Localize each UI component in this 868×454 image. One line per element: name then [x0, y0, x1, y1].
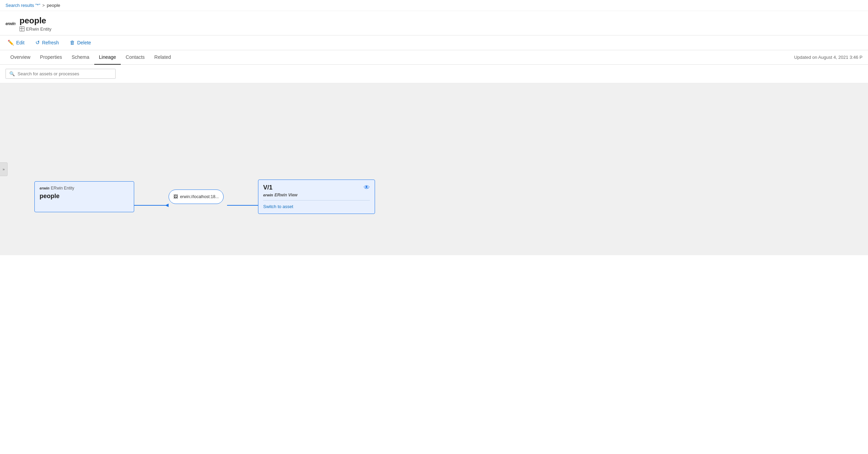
search-input[interactable] [18, 71, 112, 76]
target-node-brand: erwin ERwin View [263, 193, 370, 197]
eye-icon[interactable]: 👁 [364, 184, 370, 191]
source-erwin-logo: erwin [40, 186, 50, 190]
process-node-label: erwin://localhost:18... [180, 194, 219, 199]
tab-schema[interactable]: Schema [67, 50, 94, 65]
refresh-label: Refresh [42, 40, 59, 45]
target-erwin-logo: erwin [263, 193, 273, 197]
delete-label: Delete [77, 40, 91, 45]
tab-overview[interactable]: Overview [6, 50, 35, 65]
edit-label: Edit [16, 40, 24, 45]
target-node-name: V/1 [263, 184, 272, 191]
process-icon: 🖼 [173, 194, 178, 199]
delete-icon: 🗑 [70, 40, 75, 45]
target-node-header: V/1 👁 [263, 184, 370, 191]
erwin-logo: erwin [6, 22, 15, 26]
lineage-canvas: » erwin ERwin Entity people [0, 83, 868, 255]
delete-button[interactable]: 🗑 Delete [68, 38, 93, 47]
breadcrumb-current: people [47, 3, 60, 8]
tab-lineage[interactable]: Lineage [94, 50, 121, 65]
entity-type-label: ERwin Entity [26, 26, 52, 32]
search-icon: 🔍 [9, 71, 15, 76]
edit-icon: ✏️ [8, 40, 14, 46]
source-node-type: ERwin Entity [51, 186, 74, 191]
search-box: 🔍 [6, 69, 116, 79]
breadcrumb: Search results "*" > people [0, 0, 868, 11]
toolbar: ✏️ Edit ↺ Refresh 🗑 Delete [0, 35, 868, 50]
target-node-divider [263, 200, 370, 201]
page-title-block: people ERwin Entity [20, 16, 52, 32]
source-node-brand: erwin ERwin Entity [40, 186, 129, 191]
tabs-bar: Overview Properties Schema Lineage Conta… [0, 50, 868, 65]
logo-text: erwin [6, 22, 15, 26]
breadcrumb-search-link[interactable]: Search results "*" [6, 3, 40, 8]
entity-icon [20, 26, 24, 31]
page-title: people [20, 16, 52, 26]
target-node[interactable]: V/1 👁 erwin ERwin View Switch to asset [258, 180, 375, 214]
collapse-toggle[interactable]: » [0, 162, 8, 176]
source-node-name: people [40, 193, 129, 200]
search-container: 🔍 [0, 65, 868, 83]
target-node-type: ERwin View [275, 193, 298, 197]
tab-properties[interactable]: Properties [35, 50, 67, 65]
tab-contacts[interactable]: Contacts [121, 50, 149, 65]
refresh-icon: ↺ [35, 40, 40, 46]
last-updated: Updated on August 4, 2021 3:46 P [794, 55, 862, 60]
lineage-wrapper: » erwin ERwin Entity people [0, 83, 868, 255]
source-node[interactable]: erwin ERwin Entity people [34, 181, 134, 212]
page-subtitle: ERwin Entity [20, 26, 52, 32]
lineage-nodes: erwin ERwin Entity people 🖼 erwin://loca… [34, 180, 375, 214]
refresh-button[interactable]: ↺ Refresh [33, 38, 61, 47]
page-header: erwin people ERwin Entity [0, 11, 868, 35]
switch-to-asset-link[interactable]: Switch to asset [263, 204, 370, 209]
process-node-wrapper: 🖼 erwin://localhost:18... [169, 190, 224, 204]
edit-button[interactable]: ✏️ Edit [6, 38, 26, 47]
breadcrumb-separator: > [42, 3, 45, 8]
tab-related[interactable]: Related [150, 50, 176, 65]
lineage-connector-svg [0, 83, 868, 255]
process-node[interactable]: 🖼 erwin://localhost:18... [169, 190, 224, 204]
